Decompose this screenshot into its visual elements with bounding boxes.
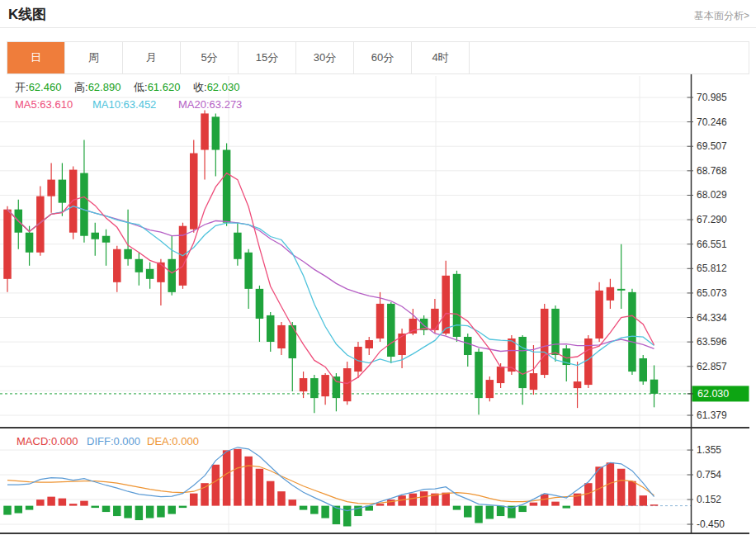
- macd-bar: [267, 481, 275, 506]
- candle-body: [376, 304, 385, 339]
- macd-bar: [36, 499, 45, 505]
- price-axis-label: 69.507: [697, 140, 727, 152]
- macd-bar: [223, 450, 231, 505]
- price-axis-label: 67.290: [697, 214, 727, 225]
- candle-body: [244, 253, 253, 289]
- candle-body: [113, 249, 121, 282]
- candle-body: [69, 170, 78, 233]
- macd-bar: [47, 497, 54, 506]
- macd-bar: [256, 469, 264, 506]
- candle-body: [574, 381, 582, 388]
- grid-lines: [0, 76, 692, 533]
- diff-line: [7, 447, 654, 511]
- macd-axis-label: 0.754: [697, 469, 721, 481]
- macd-bar: [497, 506, 505, 516]
- candle-body: [617, 289, 626, 291]
- candle-body: [595, 291, 603, 339]
- macd-bar: [650, 504, 659, 505]
- macd-bar: [201, 483, 209, 505]
- macd-bar: [234, 449, 242, 506]
- price-axis-label: 61.379: [697, 410, 727, 421]
- candle-body: [146, 269, 154, 279]
- candle-body: [530, 373, 538, 390]
- macd-bar: [59, 499, 67, 506]
- candle-body: [212, 116, 220, 149]
- candle-body: [628, 292, 636, 372]
- ohlc-legend-item: 开:62.460: [15, 81, 61, 93]
- candle-body: [486, 380, 494, 398]
- macd-axis-label: 0.152: [697, 494, 721, 505]
- candle-body: [607, 287, 615, 301]
- candle-body: [124, 249, 132, 259]
- candle-body: [650, 380, 659, 394]
- candle-body: [3, 210, 12, 279]
- macd-bar: [289, 499, 297, 505]
- price-axis-label: 68.768: [697, 165, 727, 177]
- candle-body: [59, 180, 67, 203]
- macd-bar: [190, 494, 198, 506]
- macd-bar: [530, 503, 538, 506]
- macd-histogram: [3, 449, 658, 527]
- macd-bar: [80, 501, 88, 506]
- macd-legend-item: MACD:0.000: [17, 435, 78, 447]
- macd-bar: [343, 506, 352, 527]
- macd-bar: [157, 506, 165, 518]
- macd-bar: [563, 506, 571, 509]
- macd-axis-label: -0.450: [697, 518, 725, 530]
- kline-chart-area: 70.98570.24669.50768.76868.02967.29066.5…: [0, 0, 756, 535]
- candle-body: [518, 337, 527, 388]
- candle-body: [365, 340, 373, 348]
- candle-body: [135, 259, 144, 272]
- candle-body: [343, 368, 352, 401]
- macd-bar: [310, 506, 319, 514]
- macd-bar: [277, 491, 286, 505]
- macd-bar: [376, 504, 385, 505]
- macd-bar: [124, 506, 132, 518]
- price-axis-label: 70.985: [697, 92, 727, 103]
- macd-bar: [387, 499, 395, 505]
- candles: [3, 110, 658, 414]
- price-axis-label: 68.029: [697, 189, 727, 201]
- candle-body: [431, 309, 439, 330]
- candle-body: [223, 150, 231, 223]
- macd-bar: [179, 506, 187, 508]
- macd-bar: [442, 493, 450, 506]
- macd-bar: [15, 506, 23, 514]
- macd-bar: [617, 469, 626, 506]
- candle-body: [497, 367, 505, 383]
- price-axis-label: 70.246: [697, 116, 727, 128]
- macd-bar: [321, 506, 329, 518]
- macd-bar: [146, 506, 154, 518]
- candle-body: [453, 274, 461, 337]
- candle-body: [201, 113, 209, 149]
- candle-body: [321, 375, 329, 396]
- macd-bar: [453, 506, 461, 510]
- candle-body: [47, 180, 54, 196]
- macd-bar: [212, 465, 220, 506]
- candle-body: [102, 236, 110, 243]
- candle-body: [551, 309, 560, 355]
- ma-legend-item: MA5:63.610: [15, 98, 73, 111]
- macd-bar: [409, 494, 418, 506]
- price-axis-label: 65.073: [697, 287, 727, 299]
- candle-body: [464, 337, 472, 355]
- price-axis-label: 63.596: [697, 336, 727, 348]
- macd-bar: [26, 506, 33, 510]
- candle-body: [639, 358, 647, 381]
- candle-body: [541, 309, 549, 375]
- macd-bar: [91, 506, 99, 508]
- price-axis-label: 64.334: [697, 312, 727, 324]
- price-axis-label: 62.857: [697, 361, 727, 372]
- candle-body: [508, 339, 516, 372]
- candle-body: [310, 378, 319, 398]
- ohlc-legend-item: 收:62.030: [193, 81, 239, 93]
- macd-bar: [551, 502, 560, 506]
- macd-bar: [244, 457, 253, 506]
- price-axis: 70.98570.24669.50768.76868.02967.29066.5…: [687, 92, 728, 530]
- macd-bar: [135, 506, 144, 520]
- macd-bar: [300, 506, 308, 510]
- candle-body: [442, 276, 450, 334]
- candle-body: [256, 289, 264, 319]
- macd-bar: [3, 506, 12, 515]
- macd-bar: [486, 506, 494, 519]
